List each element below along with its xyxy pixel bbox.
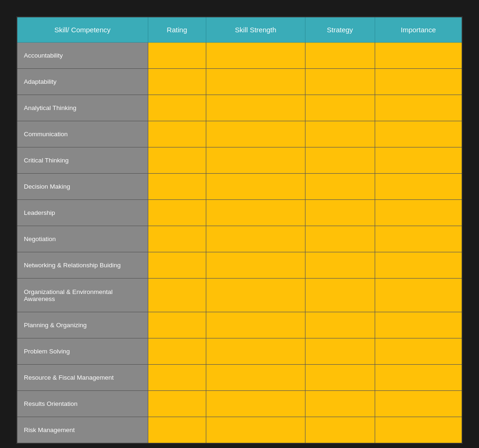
strategy-cell[interactable] <box>305 95 375 121</box>
rating-cell[interactable] <box>148 365 206 391</box>
skill-label: Accountability <box>17 43 148 69</box>
strategy-cell[interactable] <box>305 365 375 391</box>
table-row: Organizational & Environmental Awareness <box>17 279 462 312</box>
importance-cell[interactable] <box>375 312 462 338</box>
skill-strength-cell[interactable] <box>206 121 305 147</box>
table-row: Resource & Fiscal Management <box>17 365 462 391</box>
table-row: Accountability <box>17 43 462 69</box>
importance-cell[interactable] <box>375 391 462 417</box>
importance-cell[interactable] <box>375 226 462 252</box>
table-row: Results Orientation <box>17 391 462 417</box>
table-row: Communication <box>17 121 462 147</box>
skill-strength-cell[interactable] <box>206 147 305 174</box>
skill-label: Analytical Thinking <box>17 95 148 121</box>
strategy-cell[interactable] <box>305 338 375 365</box>
table-row: Adaptability <box>17 69 462 95</box>
table-row: Networking & Relationship Buiding <box>17 252 462 279</box>
skill-strength-cell[interactable] <box>206 200 305 226</box>
table-row: Planning & Organizing <box>17 312 462 338</box>
importance-cell[interactable] <box>375 338 462 365</box>
importance-cell[interactable] <box>375 279 462 312</box>
importance-cell[interactable] <box>375 95 462 121</box>
strategy-cell[interactable] <box>305 226 375 252</box>
skill-label: Planning & Organizing <box>17 312 148 338</box>
skill-label: Results Orientation <box>17 391 148 417</box>
table-row: Problem Solving <box>17 338 462 365</box>
importance-cell[interactable] <box>375 200 462 226</box>
rating-cell[interactable] <box>148 43 206 69</box>
rating-cell[interactable] <box>148 312 206 338</box>
strategy-cell[interactable] <box>305 200 375 226</box>
strategy-cell[interactable] <box>305 121 375 147</box>
header-rating: Rating <box>148 17 206 43</box>
skill-label: Organizational & Environmental Awareness <box>17 279 148 312</box>
strategy-cell[interactable] <box>305 69 375 95</box>
table-container: Skill/ Competency Rating Skill Strength … <box>9 9 470 448</box>
strategy-cell[interactable] <box>305 279 375 312</box>
skill-label: Adaptability <box>17 69 148 95</box>
strategy-cell[interactable] <box>305 417 375 443</box>
importance-cell[interactable] <box>375 69 462 95</box>
importance-cell[interactable] <box>375 174 462 200</box>
strategy-cell[interactable] <box>305 391 375 417</box>
table-row: Leadership <box>17 200 462 226</box>
strategy-cell[interactable] <box>305 147 375 174</box>
skill-label: Decision Making <box>17 174 148 200</box>
rating-cell[interactable] <box>148 121 206 147</box>
rating-cell[interactable] <box>148 338 206 365</box>
skill-label: Communication <box>17 121 148 147</box>
rating-cell[interactable] <box>148 147 206 174</box>
skill-strength-cell[interactable] <box>206 226 305 252</box>
header-skill-strength: Skill Strength <box>206 17 305 43</box>
rating-cell[interactable] <box>148 69 206 95</box>
importance-cell[interactable] <box>375 147 462 174</box>
skill-strength-cell[interactable] <box>206 252 305 279</box>
skill-strength-cell[interactable] <box>206 417 305 443</box>
header-row: Skill/ Competency Rating Skill Strength … <box>17 17 462 43</box>
rating-cell[interactable] <box>148 95 206 121</box>
skill-strength-cell[interactable] <box>206 69 305 95</box>
importance-cell[interactable] <box>375 365 462 391</box>
skill-strength-cell[interactable] <box>206 95 305 121</box>
rating-cell[interactable] <box>148 226 206 252</box>
skill-strength-cell[interactable] <box>206 312 305 338</box>
strategy-cell[interactable] <box>305 174 375 200</box>
skill-strength-cell[interactable] <box>206 43 305 69</box>
table-row: Analytical Thinking <box>17 95 462 121</box>
skill-label: Critical Thinking <box>17 147 148 174</box>
table-row: Decision Making <box>17 174 462 200</box>
table-row: Risk Management <box>17 417 462 443</box>
importance-cell[interactable] <box>375 252 462 279</box>
skill-label: Risk Management <box>17 417 148 443</box>
rating-cell[interactable] <box>148 174 206 200</box>
skill-strength-cell[interactable] <box>206 365 305 391</box>
rating-cell[interactable] <box>148 200 206 226</box>
strategy-cell[interactable] <box>305 43 375 69</box>
skills-table: Skill/ Competency Rating Skill Strength … <box>16 16 463 444</box>
importance-cell[interactable] <box>375 417 462 443</box>
skill-strength-cell[interactable] <box>206 338 305 365</box>
importance-cell[interactable] <box>375 43 462 69</box>
skill-strength-cell[interactable] <box>206 279 305 312</box>
header-skill-competency: Skill/ Competency <box>17 17 148 43</box>
skill-label: Resource & Fiscal Management <box>17 365 148 391</box>
skill-label: Leadership <box>17 200 148 226</box>
rating-cell[interactable] <box>148 391 206 417</box>
table-row: Negotiation <box>17 226 462 252</box>
strategy-cell[interactable] <box>305 312 375 338</box>
table-row: Critical Thinking <box>17 147 462 174</box>
skill-strength-cell[interactable] <box>206 174 305 200</box>
skill-label: Problem Solving <box>17 338 148 365</box>
skill-label: Networking & Relationship Buiding <box>17 252 148 279</box>
rating-cell[interactable] <box>148 279 206 312</box>
importance-cell[interactable] <box>375 121 462 147</box>
skill-label: Negotiation <box>17 226 148 252</box>
header-strategy: Strategy <box>305 17 375 43</box>
rating-cell[interactable] <box>148 252 206 279</box>
header-importance: Importance <box>375 17 462 43</box>
rating-cell[interactable] <box>148 417 206 443</box>
skill-strength-cell[interactable] <box>206 391 305 417</box>
strategy-cell[interactable] <box>305 252 375 279</box>
